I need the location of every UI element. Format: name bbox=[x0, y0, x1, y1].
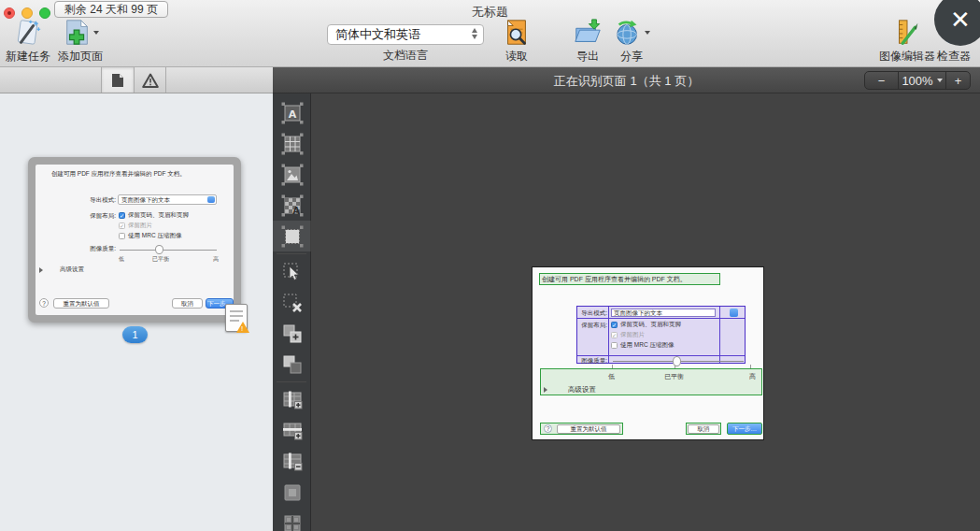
tool-remove-table-lines[interactable] bbox=[273, 446, 311, 477]
tool-add-table-row[interactable] bbox=[273, 415, 311, 446]
checkbox-row: ✓ 保留图片 bbox=[611, 331, 645, 339]
tool-merge-cells[interactable] bbox=[273, 477, 311, 508]
text-zone-advanced[interactable]: 低 已平衡 高 高级设置 bbox=[540, 368, 762, 395]
warnings-view-button[interactable] bbox=[134, 67, 165, 93]
tool-text-area[interactable]: A bbox=[273, 97, 311, 128]
add-table-row-icon bbox=[281, 420, 304, 442]
toolstrip-separator bbox=[277, 253, 306, 254]
new-task-button[interactable]: 新建任务 bbox=[6, 18, 50, 65]
export-folder-icon bbox=[572, 18, 604, 48]
quality-slider-thumb bbox=[673, 356, 681, 366]
svg-text:A: A bbox=[288, 108, 296, 120]
pages-view-button[interactable] bbox=[102, 67, 134, 93]
status-bar: 正在识别页面 1（共 1 页） − 100% + bbox=[0, 67, 980, 93]
pages-sidebar: 创建可用 PDF 应用程序查看并编辑的 PDF 文档。 导出模式: 页面图像下的… bbox=[0, 93, 273, 531]
checkbox-row: 使用 MRC 压缩图像 bbox=[119, 232, 181, 240]
page-icon bbox=[111, 73, 124, 88]
select-stepper-icon bbox=[207, 196, 215, 203]
checkbox-row: 使用 MRC 压缩图像 bbox=[611, 341, 674, 350]
checkbox-row: ✓ 保留图片 bbox=[119, 222, 152, 230]
share-caret-icon bbox=[645, 31, 650, 35]
read-page-icon bbox=[501, 18, 533, 48]
tool-table-area[interactable] bbox=[273, 128, 311, 159]
table-area-icon bbox=[281, 133, 304, 155]
thumbnail-dialog: 创建可用 PDF 应用程序查看并编辑的 PDF 文档。 导出模式: 页面图像下的… bbox=[36, 165, 234, 315]
page-thumbnail[interactable]: 创建可用 PDF 应用程序查看并编辑的 PDF 文档。 导出模式: 页面图像下的… bbox=[28, 157, 241, 323]
help-button: ? bbox=[544, 424, 552, 433]
select-stepper-icon bbox=[472, 28, 477, 39]
zoom-in-button[interactable]: + bbox=[945, 72, 970, 89]
tool-add-table-column[interactable] bbox=[273, 384, 311, 415]
next-button-zone[interactable]: 下一步… bbox=[727, 423, 762, 435]
advanced-settings-row: 高级设置 bbox=[39, 266, 84, 274]
table-zone-form[interactable]: 导出模式: 页面图像下的文本 保留布局: ✓ 保留页码、页眉和页脚 ✓ 保留图片… bbox=[576, 306, 746, 364]
add-pages-caret-icon bbox=[93, 31, 99, 35]
window-title: 无标题 bbox=[0, 4, 980, 21]
cancel-button: 取消 bbox=[172, 298, 203, 309]
zoom-caret-icon bbox=[937, 79, 943, 82]
dialog-description: 创建可用 PDF 应用程序查看并编辑的 PDF 文档。 bbox=[51, 170, 186, 179]
zoom-control: − 100% + bbox=[864, 71, 971, 90]
select-stepper-icon bbox=[730, 309, 738, 317]
text-zone-reset[interactable]: ? 重置为默认值 bbox=[540, 423, 623, 435]
dialog-buttons-row: ? 重置为默认值 取消 下一步… bbox=[36, 298, 234, 310]
export-mode-select: 页面图像下的文本 bbox=[118, 194, 217, 205]
recognition-area-icon bbox=[281, 225, 304, 248]
zoom-level-dropdown[interactable]: 100% bbox=[898, 72, 945, 89]
checkbox-row: ✓ 保留页码、页眉和页脚 bbox=[611, 321, 681, 329]
tool-delete-area[interactable] bbox=[273, 287, 311, 318]
export-button[interactable]: 导出 bbox=[572, 18, 604, 65]
text-zone-description[interactable]: 创建可用 PDF 应用程序查看并编辑的 PDF 文档。 bbox=[539, 273, 720, 285]
help-button: ? bbox=[39, 298, 49, 308]
picture-area-icon bbox=[281, 164, 304, 186]
table-row-separator[interactable] bbox=[577, 355, 745, 356]
read-button[interactable]: 读取 bbox=[501, 18, 533, 65]
text-area-icon: A bbox=[281, 102, 304, 124]
checkbox-unchecked-icon bbox=[119, 233, 125, 239]
table-column-separator[interactable] bbox=[608, 307, 609, 363]
document-canvas[interactable]: 创建可用 PDF 应用程序查看并编辑的 PDF 文档。 导出模式: 页面图像下的… bbox=[311, 93, 980, 531]
add-area-part-icon bbox=[281, 323, 304, 345]
split-cells-icon bbox=[281, 512, 304, 531]
document-language-label: 文档语言 bbox=[327, 48, 484, 64]
disclosure-triangle-icon bbox=[544, 387, 547, 393]
add-pages-button[interactable]: 添加页面 bbox=[58, 18, 103, 65]
quality-slider-thumb bbox=[155, 245, 163, 254]
export-mode-select: 页面图像下的文本 bbox=[611, 309, 716, 317]
tool-select-area[interactable] bbox=[273, 256, 311, 287]
toolstrip-separator bbox=[277, 381, 306, 382]
recognition-status-bar: 正在识别页面 1（共 1 页） − 100% + bbox=[273, 67, 980, 93]
tool-remove-area-part[interactable] bbox=[273, 349, 311, 380]
background-picture-area-icon: A bbox=[281, 194, 304, 217]
checkbox-unchecked-icon bbox=[611, 342, 618, 349]
recognition-warning-icon bbox=[236, 322, 249, 333]
add-page-icon bbox=[62, 18, 93, 48]
text-zone-cancel[interactable]: 取消 bbox=[686, 423, 721, 435]
reset-button: 重置为默认值 bbox=[557, 424, 620, 434]
top-toolbar: 剩余 24 天和 99 页 无标题 新建任务 添加页面 bbox=[0, 0, 980, 67]
zoom-out-button[interactable]: − bbox=[865, 72, 898, 89]
app-window: 剩余 24 天和 99 页 无标题 新建任务 添加页面 bbox=[0, 0, 980, 531]
quality-slider-track bbox=[120, 250, 217, 251]
tool-recognition-area[interactable] bbox=[273, 221, 311, 251]
tool-add-area-part[interactable] bbox=[273, 318, 311, 349]
tool-split-cells[interactable] bbox=[273, 508, 311, 531]
warning-icon bbox=[142, 73, 159, 88]
tool-picture-area[interactable] bbox=[273, 159, 311, 190]
select-area-icon bbox=[281, 261, 304, 283]
magic-wand-icon bbox=[12, 18, 44, 48]
image-editor-button[interactable]: 图像编辑器 bbox=[879, 18, 935, 65]
tool-background-picture-area[interactable]: A bbox=[273, 190, 311, 221]
checkbox-disabled-icon: ✓ bbox=[611, 332, 618, 338]
recognition-page[interactable]: 创建可用 PDF 应用程序查看并编辑的 PDF 文档。 导出模式: 页面图像下的… bbox=[532, 266, 764, 440]
checkbox-row: ✓ 保留页码、页眉和页脚 bbox=[119, 211, 189, 220]
share-button[interactable]: 分享 bbox=[613, 18, 650, 65]
delete-area-icon bbox=[281, 292, 304, 314]
disclosure-triangle-icon bbox=[39, 267, 43, 273]
table-row-separator[interactable] bbox=[577, 318, 745, 319]
share-globe-icon bbox=[613, 18, 645, 48]
merge-cells-icon bbox=[281, 481, 304, 504]
table-column-separator[interactable] bbox=[719, 307, 720, 363]
cancel-button: 取消 bbox=[688, 424, 719, 434]
document-language-select[interactable]: 简体中文和英语 bbox=[327, 24, 484, 45]
